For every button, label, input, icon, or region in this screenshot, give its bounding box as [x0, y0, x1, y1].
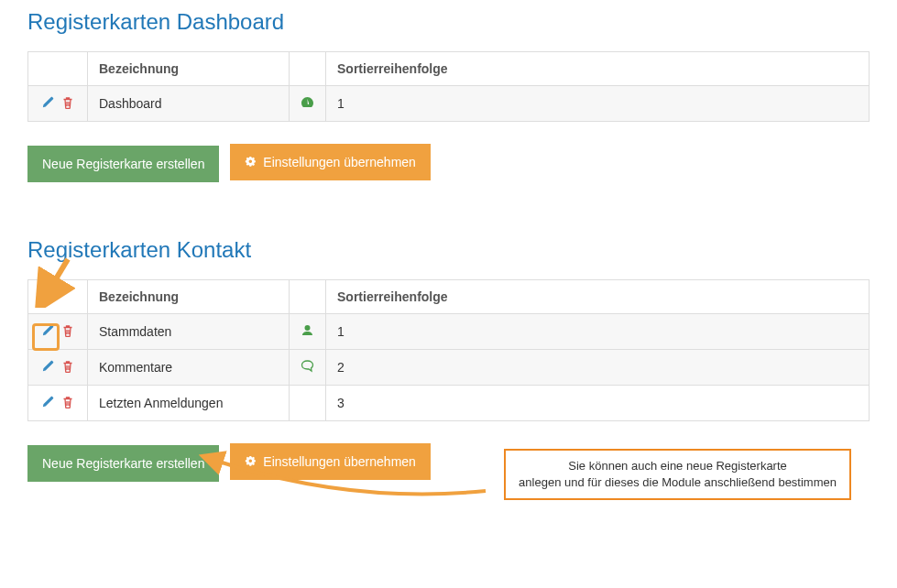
row-name: Letzten Anmeldungen	[88, 386, 290, 421]
row-name: Stammdaten	[88, 314, 290, 350]
table-row: Stammdaten 1	[28, 314, 870, 350]
row-sort: 3	[326, 386, 870, 421]
dashboard-icon	[301, 97, 314, 112]
gears-icon	[245, 156, 257, 169]
row-sort: 1	[326, 314, 870, 350]
table-row: Dashboard 1	[28, 86, 870, 122]
apply-settings-button[interactable]: Einstellungen übernehmen	[230, 144, 431, 180]
create-tab-button[interactable]: Neue Registerkarte erstellen	[27, 445, 219, 482]
col-icon-header	[290, 52, 326, 86]
section-title: Registerkarten Kontakt	[27, 237, 870, 263]
user-icon	[301, 325, 314, 340]
row-sort: 2	[326, 350, 870, 386]
create-tab-button[interactable]: Neue Registerkarte erstellen	[27, 146, 219, 182]
delete-button[interactable]	[60, 396, 76, 411]
row-name: Kommentare	[88, 350, 290, 386]
table-row: Letzten Anmeldungen 3	[28, 386, 870, 421]
section-title: Registerkarten Dashboard	[27, 9, 870, 35]
section-dashboard: Registerkarten Dashboard Bezeichnung Sor…	[27, 9, 870, 182]
edit-button[interactable]	[39, 323, 56, 340]
delete-button[interactable]	[60, 96, 76, 112]
col-bezeichnung: Bezeichnung	[88, 52, 290, 86]
edit-button[interactable]	[39, 95, 56, 112]
delete-button[interactable]	[60, 360, 76, 376]
row-sort: 1	[326, 86, 870, 122]
delete-button[interactable]	[60, 324, 76, 340]
row-name: Dashboard	[88, 86, 290, 122]
edit-button[interactable]	[39, 359, 56, 376]
col-actions	[28, 52, 88, 86]
annotation-callout: Sie können auch eine neue Registerkarte …	[504, 449, 851, 500]
col-icon-header	[290, 280, 326, 314]
apply-settings-button[interactable]: Einstellungen übernehmen	[230, 443, 431, 480]
col-actions	[28, 280, 88, 314]
section-kontakt: Registerkarten Kontakt Bezeichnung Sorti…	[27, 237, 870, 482]
tabs-table-dashboard: Bezeichnung Sortierreihenfolge Dashboard…	[27, 51, 870, 122]
table-row: Kommentare 2	[28, 350, 870, 386]
col-bezeichnung: Bezeichnung	[88, 280, 290, 314]
tabs-table-kontakt: Bezeichnung Sortierreihenfolge Stammdate…	[27, 279, 870, 421]
comment-icon	[301, 361, 314, 376]
col-sort: Sortierreihenfolge	[326, 52, 870, 86]
col-sort: Sortierreihenfolge	[326, 280, 870, 314]
gears-icon	[245, 455, 257, 468]
callout-text: Sie können auch eine neue Registerkarte …	[519, 459, 837, 489]
edit-button[interactable]	[39, 395, 56, 411]
